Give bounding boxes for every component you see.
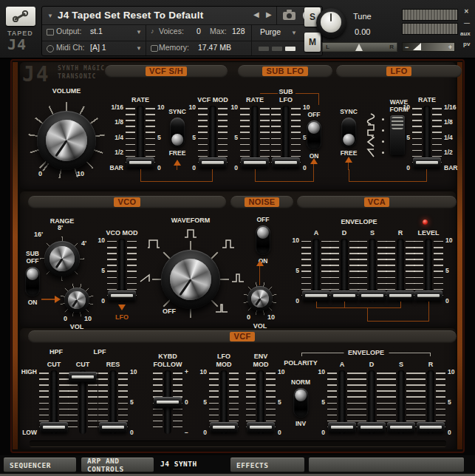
fader-vcf-decay[interactable]: D	[357, 372, 386, 432]
fader-handle[interactable]	[387, 422, 415, 432]
fader-handle[interactable]	[99, 422, 127, 432]
fader-lpf-cut[interactable]: CUT	[68, 372, 98, 432]
volume-slider-wedge[interactable]	[413, 43, 421, 50]
edit-wrench-button[interactable]	[6, 7, 35, 26]
output-value[interactable]: st.1	[90, 27, 103, 35]
fader-kybd-follow[interactable]: KYBD FOLLOW+0−	[153, 372, 182, 432]
toggle-switch[interactable]	[25, 267, 40, 296]
mute-button[interactable]: M	[304, 33, 321, 52]
tune-knob[interactable]	[321, 12, 341, 33]
next-preset-arrow[interactable]: ▶	[266, 10, 272, 18]
noise-vol-knob[interactable]	[247, 286, 273, 311]
fader-handle[interactable]	[328, 422, 356, 432]
fader-hpf-cut[interactable]: CUTHIGHLOW	[39, 372, 69, 432]
fader-label: RATE	[246, 96, 264, 103]
fader-handle[interactable]	[272, 157, 300, 168]
fader-handle[interactable]	[358, 290, 386, 301]
tab-j4-synth[interactable]: J4 SYNTH	[160, 460, 197, 468]
toggle-vcfsh-sync[interactable]: SYNCFREE	[168, 108, 186, 157]
fader-handle[interactable]	[40, 422, 68, 432]
fader-vca-sustain[interactable]: S	[358, 240, 387, 301]
fader-vcf-sustain[interactable]: S	[386, 372, 416, 432]
minimize-icon[interactable]: —	[464, 19, 470, 26]
fader-handle[interactable]	[302, 290, 330, 301]
fader-vcf-mod[interactable]: VCF MOD1050	[198, 107, 228, 168]
fader-handle[interactable]	[126, 157, 154, 168]
fader-vco-mod[interactable]: VCO MOD1050	[107, 240, 137, 301]
routing-arrow	[174, 160, 181, 166]
fader-vca-release[interactable]: R	[386, 240, 415, 301]
toggle-polarity[interactable]: POLARITYNORMINV	[284, 359, 318, 427]
fader-handle[interactable]	[417, 422, 445, 432]
fader-vca-decay[interactable]: D	[329, 240, 359, 301]
toggle-bottom-label: FREE	[169, 149, 186, 157]
waveform-knob-label: WAVEFORM	[161, 217, 220, 224]
purge-dropdown-caret[interactable]: ▼	[291, 30, 297, 36]
fader-handle[interactable]	[199, 157, 227, 168]
fader-handle[interactable]	[69, 372, 97, 382]
toggle-noise-onoff[interactable]: OFFON	[256, 216, 270, 265]
selector-grip[interactable]	[392, 117, 403, 129]
toggle-sublfo-onoff[interactable]: OFFON	[307, 111, 321, 160]
fader-sublfo-depth[interactable]: SUB LFO1050	[271, 107, 301, 168]
camera-snapshot-icon[interactable]	[283, 12, 295, 20]
fader-resonance[interactable]: RES1050	[98, 372, 128, 432]
volume-slider[interactable]: − +	[402, 42, 455, 52]
fader-handle[interactable]	[154, 397, 182, 407]
fader-handle[interactable]	[414, 290, 442, 301]
volume-knob[interactable]	[37, 111, 96, 170]
preset-dropdown-caret[interactable]: ▼	[47, 13, 53, 19]
tab-arp-and-controls[interactable]: ARP AND CONTROLS	[81, 458, 154, 472]
voices-value: 0	[197, 27, 201, 35]
fader-handle[interactable]	[247, 422, 275, 432]
fader-handle[interactable]	[108, 290, 136, 301]
pan-center-marker[interactable]	[355, 44, 363, 51]
vco-vol-knob[interactable]	[64, 288, 89, 313]
fader-handle[interactable]	[241, 157, 269, 168]
fader-handle[interactable]	[413, 157, 441, 168]
fader-sublfo-rate[interactable]: RATE1050	[240, 107, 270, 168]
fader-vcf-release[interactable]: R1050	[416, 372, 445, 432]
fader-vca-attack[interactable]: A1050	[301, 240, 331, 301]
toggle-lfo-sync[interactable]: SYNCFREE	[340, 108, 358, 157]
toggle-vco-sub[interactable]: SUB OFFON	[25, 250, 40, 307]
tab-empty[interactable]	[309, 458, 464, 472]
range-knob[interactable]	[44, 241, 80, 276]
toggle-switch[interactable]	[341, 118, 356, 147]
fader-label: S	[399, 361, 403, 368]
toggle-switch[interactable]	[293, 388, 308, 418]
waveform-knob[interactable]	[161, 250, 220, 309]
fader-label: RES	[106, 361, 120, 368]
level-led	[423, 220, 428, 225]
tab-sequencer[interactable]: SEQUENCER	[4, 458, 76, 472]
fader-vca-level[interactable]: LEVEL1050	[414, 240, 443, 301]
previous-preset-arrow[interactable]: ◀	[253, 10, 259, 18]
purge-button[interactable]: Purge	[260, 27, 281, 36]
toggle-switch[interactable]	[256, 225, 270, 255]
output-dropdown-caret[interactable]: ▼	[136, 29, 142, 35]
fader-handle[interactable]	[386, 290, 414, 301]
fader-handle[interactable]	[330, 290, 358, 301]
tune-label: Tune	[353, 12, 372, 21]
fader-handle[interactable]	[358, 422, 386, 432]
aux-label[interactable]: aux	[460, 30, 471, 37]
fader-vcfsh-rate[interactable]: RATE1/161/81/41/2BAR1050	[126, 107, 155, 168]
fader-lfo-rate[interactable]: RATE10501/161/81/41/2BAR	[412, 107, 442, 168]
fader-scale-right: 1/161/81/41/2BAR	[444, 104, 457, 171]
toggle-switch[interactable]	[170, 118, 185, 147]
midi-value[interactable]: [A] 1	[90, 43, 106, 52]
fader-vcf-attack[interactable]: A1050	[327, 372, 357, 432]
pan-slider[interactable]: L R	[322, 42, 397, 52]
tab-effects[interactable]: EFFECTS	[230, 458, 304, 472]
routing-line	[140, 169, 213, 182]
midi-dropdown-caret[interactable]: ▼	[136, 45, 142, 52]
fader-handle[interactable]	[210, 422, 238, 432]
toggle-switch[interactable]	[307, 120, 321, 150]
fader-vcf-lfo-mod[interactable]: LFO MOD1050	[209, 372, 239, 432]
fader-scale-right: 1050	[445, 237, 452, 304]
close-icon[interactable]: ✕	[464, 8, 469, 15]
fader-vcf-env-mod[interactable]: ENV MOD1050	[246, 372, 276, 432]
pv-label[interactable]: pv	[463, 41, 470, 47]
triangle-wave-icon	[366, 135, 375, 147]
preset-title[interactable]: J4 Taped Set Reset To Default	[58, 10, 203, 21]
